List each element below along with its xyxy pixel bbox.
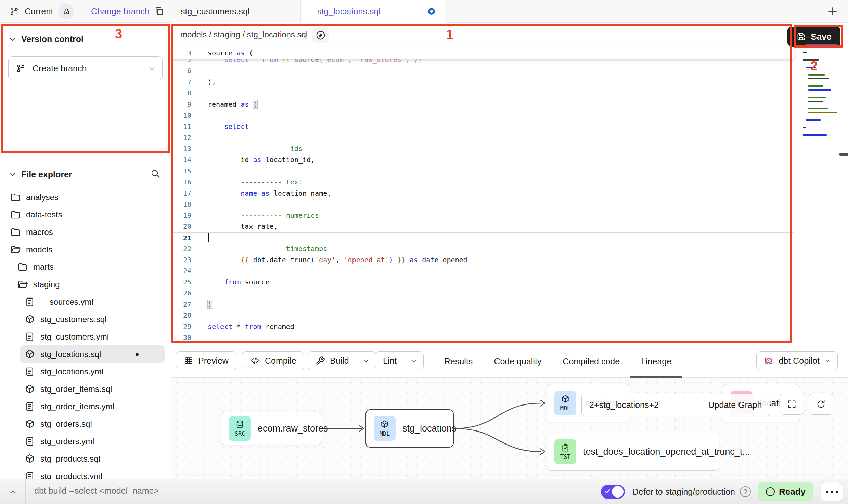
file-item-stg-orders-yml[interactable]: stg_orders.yml (0, 433, 171, 450)
preview-button[interactable]: Preview (176, 351, 236, 370)
refresh-graph-button[interactable] (809, 394, 833, 415)
copilot-inline-button[interactable] (312, 27, 329, 43)
lineage-node-stg-locations[interactable]: MDL stg_locations (365, 409, 454, 448)
minimap-line (808, 108, 828, 109)
code-line-13[interactable]: 13 ---------- ids (171, 143, 794, 155)
code-line-23[interactable]: 23 {{ dbt.date_trunc('day', 'opened_at')… (171, 254, 794, 266)
minimap-line (808, 89, 831, 91)
help-icon[interactable]: ? (740, 486, 751, 497)
code-line-19[interactable]: 19 ---------- numerics (171, 210, 794, 221)
panel-resize-handle[interactable] (839, 153, 848, 156)
create-branch-dropdown[interactable] (141, 57, 162, 80)
file-item-analyses[interactable]: analyses (0, 188, 171, 206)
update-graph-button[interactable]: Update Graph (700, 394, 770, 416)
code-line-15[interactable]: 15 (171, 165, 794, 177)
tab-compiled-code[interactable]: Compiled code (552, 345, 630, 378)
code-line-10[interactable]: 10 (171, 110, 794, 121)
code-line-21[interactable]: 21 (171, 232, 794, 243)
tab-lineage[interactable]: Lineage (630, 345, 682, 378)
lineage-node-source[interactable]: SRC ecom.raw_stores (221, 412, 322, 445)
code-line-27[interactable]: 27) (171, 299, 794, 310)
code-line-14[interactable]: 14 id as location_id, (171, 154, 794, 165)
tab-stg-customers[interactable]: stg_customers.sql (170, 0, 300, 23)
code-editor[interactable]: 3source as (5 select * from {{ source('e… (171, 47, 794, 345)
compile-button[interactable]: Compile (242, 351, 304, 370)
file-item--sources-yml[interactable]: __sources.yml (0, 293, 171, 310)
code-line-12[interactable]: 12 (171, 132, 794, 143)
code-line-17[interactable]: 17 name as location_name, (171, 188, 794, 199)
database-icon (235, 420, 244, 429)
lint-button[interactable]: Lint (375, 351, 424, 370)
breadcrumb: models / staging / stg_locations.sql (180, 30, 308, 39)
copy-branch-button[interactable] (153, 5, 166, 18)
minimap[interactable] (803, 37, 837, 149)
status-badge: Ready (758, 482, 813, 501)
code-line-11[interactable]: 11 select (171, 121, 794, 132)
minimap-line (808, 112, 837, 113)
file-item-stg-locations-yml[interactable]: stg_locations.yml (0, 363, 171, 380)
version-control-title: Version control (21, 34, 83, 44)
code-line-25[interactable]: 25 from source (171, 277, 794, 288)
chevron-down-icon (363, 357, 370, 364)
code-line-7[interactable]: 7), (171, 77, 794, 88)
line-number: 28 (171, 310, 198, 321)
create-branch-button[interactable]: Create branch (8, 56, 163, 80)
code-line-30[interactable]: 30 (171, 332, 794, 343)
lineage-node-test[interactable]: TST test_does_location_opened_at_trunc_t… (547, 433, 719, 471)
branch-indicator[interactable]: Current (10, 0, 74, 23)
change-branch-link[interactable]: Change branch (91, 0, 150, 23)
lineage-selector-input[interactable]: 2+stg_locations+2 (582, 394, 700, 416)
expand-command-bar-button[interactable] (6, 485, 20, 499)
code-line-28[interactable]: 28 (171, 310, 794, 321)
code-line-9[interactable]: 9renamed as ( (171, 99, 794, 110)
build-button[interactable]: Build (308, 351, 376, 370)
tab-code-quality[interactable]: Code quality (483, 345, 552, 378)
file-item-stg-customers-yml[interactable]: stg_customers.yml (0, 328, 171, 345)
defer-toggle[interactable] (601, 485, 625, 499)
code-line-20[interactable]: 20 tax_rate, (171, 221, 794, 232)
model-icon (25, 454, 35, 464)
code-line-16[interactable]: 16 ---------- text (171, 176, 794, 188)
code-line-18[interactable]: 18 (171, 199, 794, 210)
file-item-models[interactable]: models (0, 241, 171, 258)
fullscreen-button[interactable] (780, 394, 804, 415)
code-line-24[interactable]: 24 (171, 265, 794, 277)
code-line-29[interactable]: 29select * from renamed (171, 321, 794, 332)
code-line-5[interactable]: 5 select * from {{ source('ecom', 'raw_s… (171, 59, 794, 65)
more-options-button[interactable] (821, 482, 843, 501)
file-list: analysesdata-testsmacrosmodelsmartsstagi… (0, 188, 171, 485)
lineage-canvas[interactable]: SRC ecom.raw_stores MDL stg_locations MD… (171, 378, 848, 479)
build-dropdown[interactable] (357, 352, 376, 370)
file-item-stg-locations-sql[interactable]: stg_locations.sql (20, 345, 165, 363)
file-item-staging[interactable]: staging (0, 276, 171, 293)
line-number: 5 (171, 59, 198, 65)
code-line-26[interactable]: 26 (171, 288, 794, 299)
file-item-macros[interactable]: macros (0, 223, 171, 241)
file-item-data-tests[interactable]: data-tests (0, 206, 171, 223)
line-content: ---------- text (198, 176, 303, 188)
action-toolbar: Preview Compile Build Lint Results Code … (171, 345, 848, 378)
new-tab-button[interactable] (826, 5, 839, 18)
line-content (198, 110, 208, 121)
top-bar: Current Change branch stg_customers.sql … (0, 0, 848, 23)
file-item-stg-order-items-yml[interactable]: stg_order_items.yml (0, 398, 171, 415)
dbt-copilot-button[interactable]: dbt Copilot (756, 351, 838, 370)
code-line-8[interactable]: 8 (171, 88, 794, 99)
file-item-stg-customers-sql[interactable]: stg_customers.sql (0, 310, 171, 328)
minimap-line (803, 127, 806, 128)
lint-dropdown[interactable] (404, 352, 423, 370)
command-input[interactable]: dbt build --select <model_name> (34, 486, 159, 496)
code-line-6[interactable]: 6 (171, 65, 794, 77)
tab-stg-locations[interactable]: stg_locations.sql (300, 0, 445, 23)
file-explorer-header[interactable]: File explorer (0, 164, 171, 184)
code-line-22[interactable]: 22 ---------- timestamps (171, 243, 794, 254)
file-search-button[interactable] (150, 169, 163, 181)
version-control-header[interactable]: Version control (0, 29, 171, 49)
file-item-marts[interactable]: marts (0, 258, 171, 276)
file-item-stg-orders-sql[interactable]: stg_orders.sql (0, 415, 171, 433)
file-item-stg-order-items-sql[interactable]: stg_order_items.sql (0, 380, 171, 398)
file-item-stg-products-sql[interactable]: stg_products.sql (0, 450, 171, 467)
code-line-3[interactable]: 3source as ( (171, 47, 794, 59)
status-bar: dbt build --select <model_name> Defer to… (0, 479, 848, 504)
tab-results[interactable]: Results (434, 345, 483, 378)
